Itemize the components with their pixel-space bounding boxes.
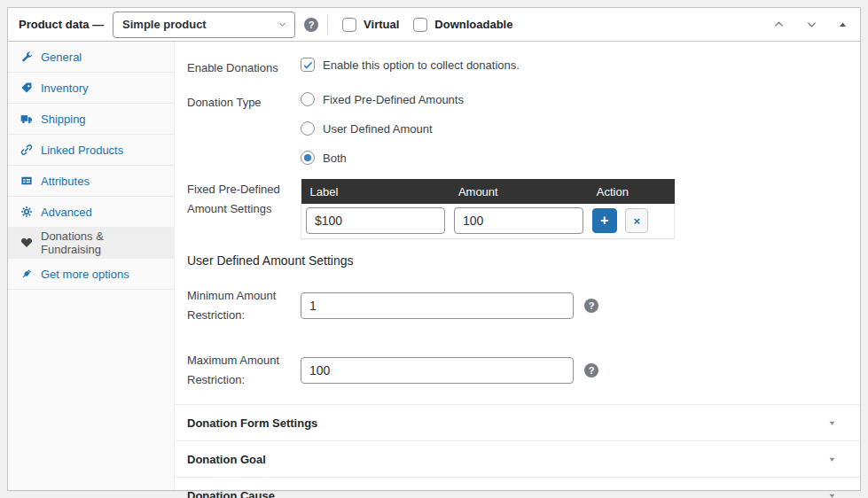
product-type-value: Simple product bbox=[122, 18, 207, 31]
user-defined-radio[interactable] bbox=[301, 121, 315, 136]
sidebar-item-label: Linked Products bbox=[41, 144, 123, 157]
list-icon bbox=[20, 175, 33, 187]
sidebar-item-get-more-options[interactable]: Get more options bbox=[8, 259, 174, 290]
column-header-amount: Amount bbox=[450, 179, 588, 204]
column-header-label: Label bbox=[301, 179, 450, 204]
minimum-amount-row: Minimum Amount Restriction: ? bbox=[187, 285, 860, 325]
move-down-button[interactable] bbox=[803, 16, 820, 33]
truck-icon bbox=[20, 113, 33, 125]
minimum-amount-input[interactable] bbox=[301, 292, 574, 319]
product-type-select[interactable]: Simple product bbox=[113, 12, 295, 38]
amount-value-input[interactable] bbox=[454, 207, 583, 234]
product-data-panel: Product data — Simple product ? Virtual … bbox=[7, 7, 861, 491]
section-donation-cause[interactable]: Donation Cause bbox=[175, 477, 860, 498]
sidebar-item-label: Get more options bbox=[41, 268, 129, 281]
radio-option-fixed: Fixed Pre-Defined Amounts bbox=[301, 92, 860, 106]
sidebar-item-general[interactable]: General bbox=[8, 42, 174, 73]
divider bbox=[327, 15, 328, 35]
donation-type-label: Donation Type bbox=[187, 92, 301, 165]
table-row: + × bbox=[301, 204, 675, 239]
panel-body: General Inventory Shipping bbox=[8, 42, 860, 490]
chevron-down-icon bbox=[805, 18, 818, 31]
maximum-amount-row: Maximum Amount Restriction: ? bbox=[187, 350, 860, 390]
radio-label: User Defined Amount bbox=[323, 122, 433, 136]
tag-icon bbox=[20, 82, 33, 94]
virtual-option: Virtual bbox=[342, 18, 399, 32]
sidebar-item-label: Donations & Fundraising bbox=[41, 230, 161, 256]
enable-donations-row: Enable Donations Enable this option to c… bbox=[187, 58, 860, 78]
section-title: Donation Cause bbox=[187, 489, 275, 498]
donations-panel-content: Enable Donations Enable this option to c… bbox=[175, 42, 860, 490]
fixed-amounts-radio[interactable] bbox=[301, 92, 315, 106]
help-icon[interactable]: ? bbox=[304, 18, 318, 32]
heart-icon bbox=[20, 237, 33, 249]
remove-row-button[interactable]: × bbox=[625, 208, 648, 233]
sidebar-item-shipping[interactable]: Shipping bbox=[8, 104, 174, 135]
amount-label-input[interactable] bbox=[306, 207, 445, 234]
chevron-up-icon bbox=[772, 18, 786, 31]
enable-donations-label: Enable Donations bbox=[187, 58, 301, 78]
product-data-tabs: General Inventory Shipping bbox=[8, 42, 175, 490]
toggle-panel-button[interactable] bbox=[836, 18, 849, 31]
downloadable-checkbox[interactable] bbox=[413, 18, 427, 32]
enable-donations-checkbox[interactable] bbox=[301, 58, 315, 72]
panel-header: Product data — Simple product ? Virtual … bbox=[8, 8, 860, 42]
radio-option-user-defined: User Defined Amount bbox=[301, 121, 860, 136]
add-row-button[interactable]: + bbox=[592, 208, 617, 233]
maximum-amount-input[interactable] bbox=[301, 357, 574, 384]
link-icon bbox=[20, 144, 33, 156]
user-defined-heading: User Defined Amount Settings bbox=[187, 253, 860, 268]
fixed-amounts-label: Fixed Pre-Defined Amount Settings bbox=[187, 179, 301, 239]
check-icon bbox=[302, 59, 314, 71]
triangle-down-icon bbox=[827, 455, 837, 464]
help-icon[interactable]: ? bbox=[584, 299, 598, 313]
gear-icon bbox=[20, 206, 33, 218]
section-donation-form-settings[interactable]: Donation Form Settings bbox=[175, 404, 860, 440]
wrench-icon bbox=[20, 51, 33, 63]
sidebar-item-advanced[interactable]: Advanced bbox=[8, 197, 174, 228]
plug-icon bbox=[20, 268, 33, 280]
fixed-amounts-row: Fixed Pre-Defined Amount Settings Label … bbox=[187, 179, 860, 239]
sidebar-item-label: Advanced bbox=[41, 206, 92, 219]
help-icon[interactable]: ? bbox=[584, 363, 598, 377]
fixed-amounts-table: Label Amount Action + bbox=[301, 179, 675, 239]
section-donation-goal[interactable]: Donation Goal bbox=[175, 440, 860, 477]
radio-label: Fixed Pre-Defined Amounts bbox=[323, 93, 464, 106]
panel-title: Product data — bbox=[19, 18, 104, 31]
column-header-action: Action bbox=[588, 179, 675, 204]
donation-type-row: Donation Type Fixed Pre-Defined Amounts … bbox=[187, 92, 860, 165]
radio-label: Both bbox=[323, 152, 347, 165]
triangle-up-icon bbox=[838, 19, 848, 29]
both-radio[interactable] bbox=[301, 151, 315, 165]
accordion-sections: Donation Form Settings Donation Goal Don… bbox=[175, 404, 860, 498]
section-title: Donation Form Settings bbox=[187, 416, 317, 430]
section-title: Donation Goal bbox=[187, 453, 266, 466]
sidebar-item-inventory[interactable]: Inventory bbox=[8, 73, 174, 104]
virtual-checkbox[interactable] bbox=[342, 18, 356, 32]
virtual-label: Virtual bbox=[364, 18, 399, 31]
enable-donations-checkbox-label: Enable this option to collect donations. bbox=[323, 58, 520, 72]
downloadable-label: Downloadable bbox=[434, 18, 512, 31]
sidebar-item-donations-fundraising[interactable]: Donations & Fundraising bbox=[8, 228, 174, 259]
sidebar-item-label: Shipping bbox=[41, 113, 86, 126]
sidebar-item-attributes[interactable]: Attributes bbox=[8, 166, 174, 197]
sidebar-item-label: General bbox=[41, 51, 82, 64]
downloadable-option: Downloadable bbox=[413, 18, 512, 32]
radio-option-both: Both bbox=[301, 151, 860, 165]
page: Product data — Simple product ? Virtual … bbox=[0, 0, 868, 498]
chevron-down-icon bbox=[278, 19, 287, 29]
triangle-down-icon bbox=[827, 418, 837, 428]
sidebar-item-label: Inventory bbox=[41, 82, 88, 95]
triangle-down-icon bbox=[827, 491, 837, 498]
move-up-button[interactable] bbox=[770, 16, 787, 33]
minimum-amount-label: Minimum Amount Restriction: bbox=[187, 285, 301, 325]
maximum-amount-label: Maximum Amount Restriction: bbox=[187, 350, 301, 390]
sidebar-item-linked-products[interactable]: Linked Products bbox=[8, 135, 174, 166]
sidebar-item-label: Attributes bbox=[41, 175, 90, 188]
